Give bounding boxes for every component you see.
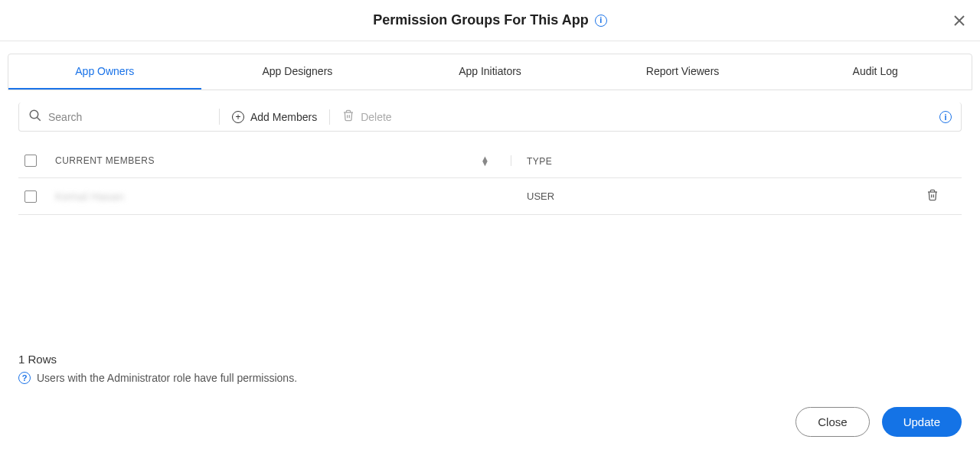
close-button[interactable]: Close	[795, 407, 869, 437]
select-all-checkbox[interactable]	[24, 155, 37, 167]
modal-title: Permission Groups For This App	[373, 12, 588, 28]
footer-info: 1 Rows ? Users with the Administrator ro…	[18, 353, 962, 384]
member-name: Kemal Hasan	[55, 190, 124, 203]
table-row: Kemal Hasan USER	[18, 178, 962, 215]
modal-footer: Close Update	[0, 392, 980, 452]
rows-count: 1 Rows	[18, 353, 962, 366]
tab-label: Report Viewers	[646, 65, 719, 77]
tab-app-initiators[interactable]: App Initiators	[394, 54, 586, 90]
tab-label: App Designers	[262, 65, 332, 77]
plus-circle-icon: +	[232, 111, 244, 123]
delete-row-icon[interactable]	[926, 189, 939, 203]
svg-point-2	[30, 110, 38, 119]
table-header: CURRENT MEMBERS ▲▼ TYPE	[18, 144, 962, 178]
tabs: App Owners App Designers App Initiators …	[8, 54, 972, 90]
search-wrap	[28, 109, 220, 125]
info-icon[interactable]: i	[939, 111, 952, 123]
info-icon[interactable]: i	[595, 15, 607, 27]
add-members-button[interactable]: + Add Members	[220, 111, 329, 123]
tab-app-designers[interactable]: App Designers	[201, 54, 394, 90]
delete-button[interactable]: Delete	[330, 109, 403, 124]
tab-label: App Owners	[75, 65, 134, 77]
search-icon	[28, 109, 42, 125]
trash-icon	[342, 109, 354, 124]
toolbar-info: i	[939, 110, 952, 124]
member-type: USER	[527, 190, 554, 202]
row-checkbox[interactable]	[24, 190, 37, 203]
tab-audit-log[interactable]: Audit Log	[779, 54, 972, 90]
update-button[interactable]: Update	[882, 407, 962, 437]
help-icon[interactable]: ?	[18, 372, 31, 384]
members-table: CURRENT MEMBERS ▲▼ TYPE Kemal Hasan USER	[18, 144, 962, 215]
tab-label: Audit Log	[853, 65, 898, 77]
delete-label: Delete	[361, 111, 391, 123]
search-input[interactable]	[48, 111, 210, 123]
tab-report-viewers[interactable]: Report Viewers	[586, 54, 779, 90]
svg-line-3	[37, 117, 41, 121]
modal-header: Permission Groups For This App i	[0, 0, 980, 41]
sort-icon[interactable]: ▲▼	[481, 156, 489, 165]
admin-note: Users with the Administrator role have f…	[37, 372, 297, 384]
tab-label: App Initiators	[459, 65, 521, 77]
modal-title-wrap: Permission Groups For This App i	[373, 12, 606, 28]
toolbar: + Add Members Delete i	[18, 103, 962, 132]
admin-note-wrap: ? Users with the Administrator role have…	[18, 372, 962, 384]
close-icon[interactable]	[951, 12, 968, 32]
tab-app-owners[interactable]: App Owners	[8, 54, 201, 90]
type-header[interactable]: TYPE	[527, 156, 552, 167]
members-header[interactable]: CURRENT MEMBERS	[55, 155, 155, 166]
add-members-label: Add Members	[250, 111, 317, 123]
